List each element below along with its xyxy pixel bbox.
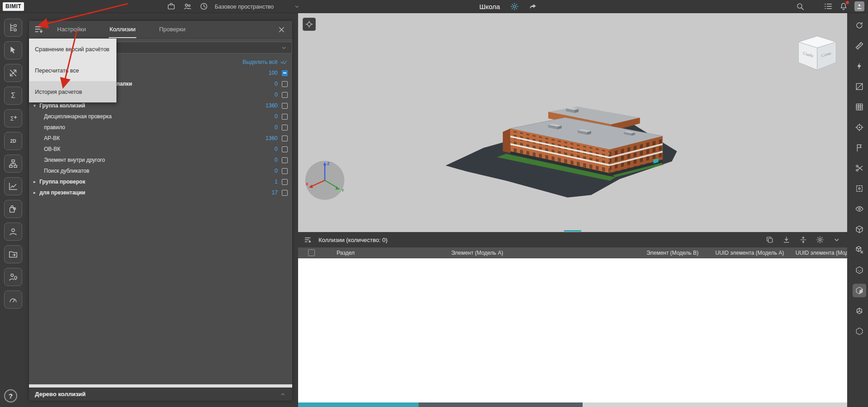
view-cube[interactable]: Сзади Слева — [796, 35, 838, 73]
scrollbar-thumb[interactable] — [419, 402, 583, 407]
column-header[interactable]: Раздел — [337, 250, 355, 256]
tree-checkbox[interactable] — [282, 70, 288, 76]
search-icon[interactable] — [796, 2, 805, 11]
tree-collapsed-icon[interactable]: ▸ — [34, 179, 39, 184]
tree-checkbox[interactable] — [282, 125, 288, 131]
column-header[interactable]: UUID элемента (Мод — [796, 250, 847, 256]
panel-tab[interactable]: Коллизии — [109, 21, 136, 38]
settings-gear-icon[interactable] — [816, 236, 824, 244]
plugin-tool-button[interactable] — [4, 200, 22, 218]
select-all-link[interactable]: Выделить всё — [242, 58, 288, 66]
tree-collapsed-icon[interactable]: ▸ — [34, 190, 39, 195]
tree-row[interactable]: Элемент внутри другого0 — [29, 155, 292, 165]
clip-scissors-tool-button[interactable] — [853, 161, 866, 175]
row-height-icon[interactable] — [799, 236, 807, 244]
tree-row[interactable]: ▸для презентации17 — [29, 187, 292, 198]
column-header[interactable]: UUID элемента (Модель A) — [715, 250, 784, 256]
column-header[interactable]: Элемент (Модель A) — [451, 250, 503, 256]
menu-item[interactable]: Пересчитать все — [29, 60, 116, 81]
visibility-eye-tool-button[interactable] — [853, 202, 866, 216]
download-to-line-icon[interactable] — [782, 236, 791, 244]
tree-checkbox[interactable] — [282, 190, 288, 196]
sum-plus-tool-button[interactable]: Σ — [4, 109, 22, 127]
cube-ghost-tool-button[interactable] — [853, 325, 866, 338]
collisions-tool-button[interactable] — [4, 64, 22, 82]
focus-model-button[interactable] — [303, 18, 316, 31]
tree-checkbox[interactable] — [282, 179, 288, 185]
box-dashed-tool-button[interactable] — [853, 182, 866, 195]
lightning-tool-button[interactable] — [853, 59, 866, 73]
model-tree-tool-button[interactable] — [4, 19, 22, 37]
chevron-down-icon[interactable] — [833, 236, 841, 244]
cube-tool-button[interactable] — [853, 223, 866, 236]
tree-checkbox[interactable] — [282, 168, 288, 174]
tree-row[interactable]: АР-ВК1360 — [29, 133, 292, 144]
structure-tool-button[interactable] — [4, 155, 22, 173]
tree-checkbox[interactable] — [282, 157, 288, 163]
help-button[interactable]: ? — [4, 389, 17, 402]
duplicate-icon[interactable] — [766, 236, 774, 244]
tree-row[interactable]: Поиск дубликатов0 — [29, 165, 292, 176]
panel-resize-handle[interactable] — [564, 230, 581, 232]
select-tool-button[interactable] — [4, 41, 22, 59]
view-2d-tool-button[interactable]: 2D — [4, 132, 22, 150]
tree-checkbox[interactable] — [282, 103, 288, 109]
tree-checkbox[interactable] — [282, 114, 288, 120]
project-settings-gear-icon[interactable] — [510, 2, 519, 11]
chevron-down-icon — [280, 44, 287, 51]
panel-tab[interactable]: Проверки — [158, 21, 186, 38]
flag-tool-button[interactable] — [853, 141, 866, 155]
tree-checkbox[interactable] — [282, 92, 288, 98]
graph-tool-button[interactable] — [4, 177, 22, 195]
tree-row[interactable]: правило0 — [29, 122, 292, 133]
panel-resize-strip[interactable] — [29, 384, 292, 388]
export-tool-button[interactable] — [4, 245, 22, 263]
gauge-tool-button[interactable] — [4, 291, 22, 309]
case-icon[interactable] — [167, 2, 176, 11]
team-icon[interactable] — [183, 2, 192, 11]
orbit-tool-button[interactable] — [853, 19, 866, 32]
table-menu-icon[interactable] — [304, 235, 313, 245]
list-menu-icon[interactable] — [824, 2, 833, 11]
cube-pattern-tool-button[interactable] — [853, 263, 866, 277]
horizontal-scrollbar[interactable] — [298, 402, 847, 407]
school-building-model[interactable] — [443, 85, 679, 208]
user-avatar[interactable] — [854, 1, 864, 11]
measure-tool-button[interactable] — [853, 39, 866, 53]
export-icon — [8, 249, 18, 259]
tree-row[interactable]: Дисциплинарная проверка0 — [29, 111, 292, 122]
panel-tab[interactable]: Настройки — [56, 21, 87, 38]
tree-row[interactable]: ОВ-ВК0 — [29, 144, 292, 155]
grid-tool-button[interactable] — [853, 100, 866, 114]
section-plane-tool-button[interactable] — [853, 80, 866, 93]
tree-checkbox[interactable] — [282, 81, 288, 87]
visibility-eye-icon — [855, 204, 864, 213]
close-icon[interactable] — [277, 25, 286, 34]
tree-label: АР-ВК — [44, 135, 60, 141]
notifications-button[interactable] — [839, 2, 848, 11]
menu-item[interactable]: Сравнение версий расчётов — [29, 39, 116, 60]
select-all-checkbox[interactable] — [308, 249, 315, 256]
focus-target-tool-button[interactable] — [853, 121, 866, 134]
user-icon — [8, 227, 18, 237]
axis-gizmo[interactable]: Z X Y — [304, 158, 346, 203]
tree-count: 0 — [275, 81, 278, 87]
app-logo[interactable]: BIMIT — [3, 2, 24, 11]
history-icon[interactable] — [199, 2, 208, 11]
cube-paint-tool-button[interactable] — [853, 284, 866, 297]
space-selector[interactable]: Базовое пространство — [215, 0, 300, 13]
tree-checkbox[interactable] — [282, 136, 288, 141]
calculations-menu-button[interactable] — [34, 24, 45, 35]
panel-footer[interactable]: Дерево коллизий — [29, 388, 292, 401]
tree-row[interactable]: ▸Группа проверок1 — [29, 176, 292, 187]
sum-tool-button[interactable]: Σ — [4, 87, 22, 105]
cube-transform-tool-button[interactable] — [853, 304, 866, 318]
menu-item[interactable]: История расчетов — [29, 81, 116, 102]
cube-remove-tool-button[interactable] — [853, 243, 866, 257]
user-location-tool-button[interactable] — [4, 268, 22, 286]
tree-expanded-icon[interactable]: ▾ — [34, 103, 39, 108]
share-icon[interactable] — [529, 2, 537, 11]
tree-checkbox[interactable] — [282, 146, 288, 152]
column-header[interactable]: Элемент (Модель B) — [646, 250, 699, 256]
user-tool-button[interactable] — [4, 223, 22, 241]
